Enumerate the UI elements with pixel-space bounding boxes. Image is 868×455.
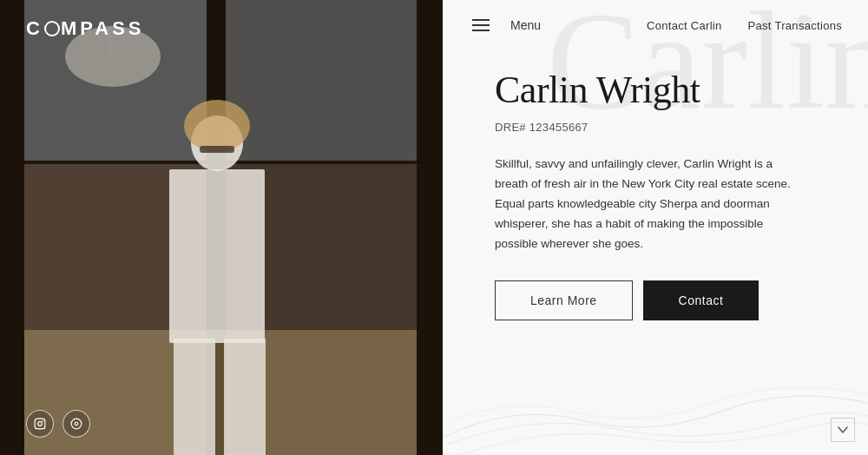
svg-point-18	[38, 422, 43, 426]
navigation-bar: Menu Contact Carlin Past Transactions	[443, 0, 868, 50]
instagram-icon[interactable]	[26, 410, 54, 438]
hero-background	[0, 0, 443, 455]
nav-links: Contact Carlin Past Transactions	[647, 19, 842, 32]
agent-name: Carlin Wright	[495, 68, 842, 112]
action-buttons: Learn More Contact	[495, 280, 842, 320]
compass-social-icon[interactable]	[62, 410, 90, 438]
social-icons	[26, 410, 90, 438]
past-transactions-link[interactable]: Past Transactions	[748, 19, 842, 32]
agent-profile-panel: Carlin Menu Contact Carlin Past Transact…	[443, 0, 868, 455]
hamburger-menu[interactable]	[469, 16, 493, 35]
hero-panel: CMPASS	[0, 0, 443, 455]
brand-logo[interactable]: CMPASS	[26, 17, 145, 40]
svg-rect-17	[35, 419, 45, 429]
agent-bio: Skillful, savvy and unfailingly clever, …	[495, 155, 807, 254]
learn-more-button[interactable]: Learn More	[495, 280, 633, 320]
logo-o	[44, 21, 60, 36]
agent-dre: DRE# 123455667	[495, 121, 842, 134]
menu-label: Menu	[510, 18, 541, 32]
scroll-down-chevron[interactable]	[831, 418, 855, 442]
agent-content: Carlin Wright DRE# 123455667 Skillful, s…	[443, 50, 868, 455]
svg-point-19	[43, 421, 43, 422]
svg-point-21	[75, 422, 78, 425]
svg-point-20	[71, 419, 82, 429]
contact-button[interactable]: Contact	[643, 280, 760, 320]
contact-carlin-link[interactable]: Contact Carlin	[647, 19, 722, 32]
